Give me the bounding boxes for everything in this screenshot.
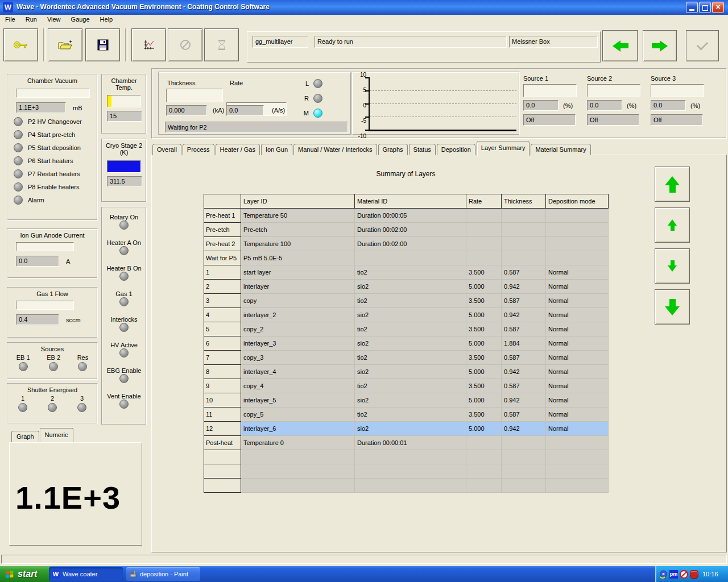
source-col-res: Res [77, 354, 89, 371]
layer-row[interactable]: 7copy_3tio23.5000.587Normal [204, 351, 609, 365]
next-button[interactable] [643, 30, 677, 61]
source-value: 0.0 [523, 100, 559, 111]
shutter-col-3: 3 [77, 395, 86, 412]
open-button[interactable] [48, 28, 82, 61]
layer-row-header: 7 [204, 351, 241, 365]
menu-item-file[interactable]: File [0, 15, 20, 24]
layer-row[interactable]: 12interlayer_6sio25.0000.942Normal [204, 422, 609, 436]
y-tick-mark [365, 103, 369, 105]
layer-row[interactable] [204, 479, 609, 493]
chamber-vacuum-progressbar [16, 89, 90, 98]
tab-heater-gas[interactable]: Heater / Gas [216, 144, 260, 155]
layer-row[interactable]: Wait for P5P5 mB 5.0E-5 [204, 251, 609, 265]
menu-item-help[interactable]: Help [95, 15, 118, 24]
layer-row[interactable]: 11copy_5tio23.5000.587Normal [204, 408, 609, 422]
layer-row[interactable]: 1start layertio23.5000.587Normal [204, 265, 609, 280]
shutter-led [48, 403, 57, 412]
vacuum-step-row-p8-enable-heaters: P8 Enable heaters [14, 182, 97, 192]
tray-pm-icon[interactable]: pm [669, 570, 678, 579]
tab-overall[interactable]: Overall [152, 144, 181, 155]
layer-row[interactable] [204, 464, 609, 479]
layer-cell-mode: Normal [546, 408, 609, 422]
layer-row-header: Wait for P5 [204, 251, 241, 265]
status-led-item-heater-b-on: Heater B On [102, 265, 146, 285]
step-led-label: P4 Start pre-etch [28, 131, 75, 138]
move-down-button[interactable] [655, 248, 690, 284]
tab-material-summary[interactable]: Material Summary [531, 144, 590, 155]
tab-row: OverallProcessHeater / GasIon GunManual … [152, 141, 592, 155]
layer-cell-layer-id: copy_2 [241, 322, 355, 336]
move-top-button[interactable] [655, 167, 690, 202]
layer-row-header: 11 [204, 408, 241, 422]
layer-row[interactable]: 4interlayer_2sio25.0000.942Normal [204, 308, 609, 322]
layer-row[interactable]: 3copytio23.5000.587Normal [204, 294, 609, 308]
stop-button[interactable] [168, 28, 202, 61]
layer-cell-layer-id: Pre-etch [241, 223, 355, 237]
source-led [78, 362, 87, 371]
source-led [19, 362, 28, 371]
task-button-wave-coater[interactable]: WWave coater [49, 567, 123, 581]
layer-cell-rate: 5.000 [466, 280, 502, 294]
layer-row[interactable] [204, 450, 609, 464]
hourglass-button[interactable] [204, 28, 239, 61]
vacuum-step-row-p2-hv-changeover: P2 HV Changeover [14, 117, 97, 126]
tab-layer-summary[interactable]: Layer Summary [477, 141, 530, 156]
task-button-deposition-paint[interactable]: deposition - Paint [126, 567, 200, 581]
confirm-button[interactable] [686, 30, 719, 61]
start-button[interactable]: start [0, 566, 55, 582]
layer-row[interactable]: Pre-heat 1Temperature 50Duration 00:00:0… [204, 209, 609, 223]
layer-cell-thickness: 0.942 [502, 422, 546, 436]
layer-row[interactable]: Pre-heat 2Temperature 100Duration 00:02:… [204, 237, 609, 251]
process-status-message: Waiting for P2 [165, 122, 348, 133]
thickness-progressbar [166, 89, 223, 102]
menu-item-gauge[interactable]: Gauge [66, 15, 95, 24]
lrm-row-l: L [303, 76, 322, 91]
save-button[interactable] [85, 28, 120, 61]
layer-row[interactable]: 9copy_4tio23.5000.587Normal [204, 379, 609, 393]
run-status-field[interactable]: Ready to run [315, 36, 507, 48]
status-led-list: Rotary OnHeater A OnHeater B OnGas 1Inte… [102, 214, 146, 413]
status-led-label: HV Active [110, 342, 138, 348]
tray-antivirus-icon[interactable] [680, 570, 688, 579]
layer-row[interactable]: 6interlayer_3sio25.0001.884Normal [204, 336, 609, 351]
tab-process[interactable]: Process [183, 144, 214, 155]
readout-tab-numeric[interactable]: Numeric [40, 428, 73, 442]
gas1-flow-value: 0.4 [16, 314, 59, 325]
tab-manual-water-interlocks[interactable]: Manual / Water / Interlocks [293, 144, 377, 155]
previous-button[interactable] [602, 30, 638, 61]
close-button[interactable]: × [712, 2, 724, 13]
layer-row[interactable]: 5copy_2tio23.5000.587Normal [204, 322, 609, 336]
chamber-vacuum-group: Chamber Vacuum 1.1E+3 mB P2 HV Changeove… [7, 74, 98, 221]
tray-network-icon[interactable] [659, 570, 668, 579]
readout-tab-graph[interactable]: Graph [11, 431, 39, 442]
tab-deposition[interactable]: Deposition [437, 144, 475, 155]
layer-row[interactable]: 2interlayersio25.0000.942Normal [204, 280, 609, 294]
chart-button[interactable] [131, 28, 166, 61]
layer-cell-mode [546, 436, 609, 450]
layer-row[interactable]: Post-heatTemperature 0Duration 00:00:01 [204, 436, 609, 450]
move-bottom-button[interactable] [655, 289, 690, 325]
source-label: Source 3 [651, 75, 708, 82]
tray-database-icon[interactable] [690, 570, 698, 579]
menu-item-run[interactable]: Run [20, 15, 42, 24]
run-key-button[interactable] [3, 28, 38, 61]
tab-status[interactable]: Status [409, 144, 436, 155]
layer-row[interactable]: 10interlayer_5sio25.0000.942Normal [204, 393, 609, 408]
menu-item-view[interactable]: View [42, 15, 66, 24]
tab-ion-gun[interactable]: Ion Gun [261, 144, 292, 155]
status-led [119, 246, 129, 255]
chamber-temp-fill [107, 95, 111, 107]
layer-row[interactable]: 8interlayer_4sio25.0000.942Normal [204, 365, 609, 379]
toolbar: gg_multilayer Ready to run Meissner Box [0, 26, 728, 67]
box-field[interactable]: Meissner Box [509, 36, 598, 48]
layer-cell-material-id: Duration 00:00:05 [355, 209, 466, 223]
restore-button[interactable] [699, 2, 711, 13]
move-up-button[interactable] [655, 207, 690, 243]
minimize-button[interactable] [686, 2, 698, 13]
lrm-led [313, 94, 322, 103]
recipe-field[interactable]: gg_multilayer [253, 36, 308, 48]
layer-row[interactable]: Pre-etchPre-etchDuration 00:02:00 [204, 223, 609, 237]
tab-graphs[interactable]: Graphs [378, 144, 408, 155]
layer-table-col-header: Thickness [502, 194, 546, 209]
layer-cell-thickness [502, 251, 546, 265]
